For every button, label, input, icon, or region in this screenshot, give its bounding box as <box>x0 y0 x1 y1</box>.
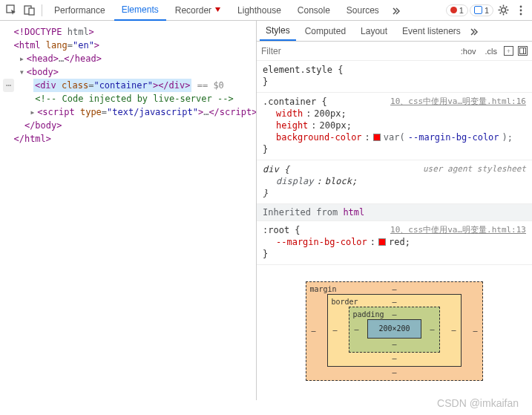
subtab-overflow-icon[interactable] <box>470 27 479 36</box>
dom-body-close[interactable]: </body> <box>3 119 253 132</box>
subtab-layout[interactable]: Layout <box>355 22 393 40</box>
inherited-from-header: Inherited from html <box>257 204 532 221</box>
error-dot-icon <box>450 7 457 13</box>
svg-line-10 <box>505 7 507 8</box>
svg-point-13 <box>520 9 522 11</box>
dom-script[interactable]: ▸<script type="text/javascript">…</scrip… <box>3 105 253 119</box>
rule-div-ua[interactable]: user agent stylesheet div { display: blo… <box>257 160 532 204</box>
subtab-computed[interactable]: Computed <box>299 22 352 40</box>
svg-rect-15 <box>520 48 526 54</box>
rule-source-ua: user agent stylesheet <box>423 163 526 175</box>
svg-line-9 <box>505 13 507 14</box>
svg-point-12 <box>520 5 522 7</box>
styles-panel: Styles Computed Layout Event listeners :… <box>256 21 532 400</box>
color-swatch-icon[interactable] <box>373 134 381 141</box>
tab-elements[interactable]: Elements <box>114 0 166 21</box>
rule-source-link[interactable]: 10、css中使用va…明变量.html:13 <box>390 224 526 236</box>
dom-html[interactable]: <html lang="en"> <box>3 39 253 52</box>
inspect-icon[interactable] <box>3 2 19 19</box>
tab-console[interactable]: Console <box>290 1 338 20</box>
box-model-content: 200×200 <box>367 319 421 339</box>
tab-performance[interactable]: Performance <box>47 1 113 20</box>
svg-point-14 <box>520 13 522 15</box>
dom-tree[interactable]: <!DOCTYPE html> <html lang="en"> ▸<head>… <box>0 21 256 400</box>
styles-filter-input[interactable] <box>261 46 454 56</box>
tab-sources[interactable]: Sources <box>339 1 387 20</box>
overflow-tabs-icon[interactable] <box>388 2 404 19</box>
cls-toggle[interactable]: .cls <box>483 46 500 56</box>
dom-selected-div[interactable]: ⋯ <div class="container"></div> == $0 <box>3 79 253 92</box>
rule-container[interactable]: 10、css中使用va…明变量.html:16 .container { wid… <box>257 93 532 160</box>
svg-line-8 <box>499 7 501 8</box>
hov-toggle[interactable]: :hov <box>459 46 479 56</box>
divider <box>42 4 42 16</box>
tab-recorder[interactable]: Recorder <box>168 1 229 20</box>
dom-html-close[interactable]: </html> <box>3 132 253 146</box>
subtab-eventlisteners[interactable]: Event listeners <box>396 22 467 40</box>
dom-comment[interactable]: <!-- Code injected by live-server --> <box>3 92 253 105</box>
dom-body[interactable]: ▾<body> <box>3 65 253 79</box>
issue-icon <box>474 6 482 14</box>
tab-lighthouse[interactable]: Lighthouse <box>230 1 289 20</box>
rule-source-link[interactable]: 10、css中使用va…明变量.html:16 <box>390 96 526 108</box>
svg-line-11 <box>499 13 501 14</box>
device-toggle-icon[interactable] <box>21 2 37 19</box>
main-split: <!DOCTYPE html> <html lang="en"> ▸<head>… <box>0 21 532 400</box>
error-badge[interactable]: 1 <box>446 4 468 16</box>
kebab-icon[interactable] <box>513 2 529 19</box>
rule-element-style[interactable]: element.style { } <box>257 61 532 93</box>
toggle-sidebar-icon[interactable] <box>518 46 528 56</box>
dom-doctype[interactable]: <!DOCTYPE html> <box>3 25 253 39</box>
settings-icon[interactable] <box>495 2 511 19</box>
dom-head[interactable]: ▸<head>…</head> <box>3 52 253 65</box>
rule-root[interactable]: 10、css中使用va…明变量.html:13 :root { --margin… <box>257 221 532 265</box>
color-swatch-icon[interactable] <box>378 238 386 246</box>
new-style-button[interactable]: + <box>504 46 513 56</box>
styles-rules: element.style { } 10、css中使用va…明变量.html:1… <box>257 61 532 381</box>
subtab-styles[interactable]: Styles <box>260 22 296 41</box>
styles-filter-bar: :hov .cls + <box>257 42 532 61</box>
devtools-tabbar: Performance Elements Recorder Lighthouse… <box>0 0 532 21</box>
watermark: CSDN @imkaifan <box>437 397 519 409</box>
svg-rect-2 <box>29 8 34 15</box>
issues-badge[interactable]: 1 <box>470 4 493 16</box>
svg-point-3 <box>501 8 505 13</box>
box-model[interactable]: margin –––– border –––– padding –––– 200… <box>257 265 532 381</box>
styles-subtabs: Styles Computed Layout Event listeners <box>257 21 532 42</box>
